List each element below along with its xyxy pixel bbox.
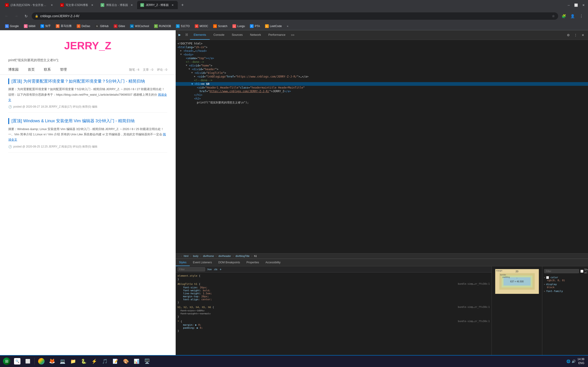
dom-line-printf[interactable]: printf("现实到要死的理想主义者\n");	[176, 100, 588, 105]
dom-line-a-logo[interactable]: ▶ <a id="lnkBlogLogo" href="https://www.…	[176, 75, 588, 78]
dom-line-div-blogtitle[interactable]: ▼ <div id="blogTitle">	[176, 71, 588, 75]
computed-color-name[interactable]: color	[544, 276, 586, 279]
devtools-inspect-icon[interactable]: ▶	[176, 30, 183, 40]
taskbar-app3[interactable]: 💻	[58, 357, 67, 366]
bookmark-google[interactable]: G Google	[3, 23, 21, 29]
taskbar-app6[interactable]: ⚡	[89, 357, 99, 366]
tab-cnblogs-1[interactable]: B 博客后台 - 博客园 ✕	[97, 1, 137, 9]
nav-link-cnblogs[interactable]: 博客园	[8, 67, 19, 72]
computed-filter-input[interactable]	[544, 269, 579, 273]
extensions-icon[interactable]: 🧩	[560, 12, 568, 20]
breadcrumb-div-blogtitle[interactable]: div#blogTitle	[234, 254, 250, 258]
minimize-button[interactable]: ─	[566, 2, 571, 8]
bookmark-ximalaya[interactable]: 喜 喜马拉雅	[53, 23, 74, 29]
tab-close-csdn1[interactable]: ✕	[50, 3, 54, 7]
bookmark-more[interactable]: »	[285, 23, 291, 29]
taskbar-app4[interactable]: 📁	[68, 357, 78, 366]
menu-icon[interactable]: ⋮	[578, 12, 585, 20]
nav-link-home[interactable]: 首页	[28, 67, 35, 72]
devtools-tab-performance[interactable]: Performance	[265, 30, 289, 40]
styles-tab-access[interactable]: Accessibility	[262, 259, 284, 266]
volume-icon[interactable]: 🔊	[572, 359, 576, 363]
bookmark-zhihu[interactable]: 知 知乎	[38, 23, 53, 29]
bookmark-star-icon[interactable]: ☆	[552, 14, 555, 18]
devtools-tab-network[interactable]: Network	[246, 30, 265, 40]
show-all-toggle[interactable]: Show all	[580, 268, 588, 274]
network-icon[interactable]: 🌐	[566, 359, 570, 363]
bookmark-gitee[interactable]: G Gitee	[111, 23, 128, 29]
dom-line-body[interactable]: ▼ <body>	[176, 53, 588, 56]
class-toggle[interactable]: .cls	[214, 268, 217, 271]
bookmark-mooc[interactable]: M MOOC	[192, 23, 210, 29]
tab-csdn-1[interactable]: C (2条消息)CSDN - 专业开发者社... ✕	[2, 1, 57, 9]
computed-font-family-name[interactable]: font-family	[544, 290, 586, 293]
taskbar-app9[interactable]: 🎨	[121, 357, 131, 366]
dom-line-comment1[interactable]: <!--done-->	[176, 60, 588, 64]
tab-close-cnblogs2[interactable]: ✕	[170, 3, 174, 7]
add-style-button[interactable]: +	[220, 267, 221, 271]
dom-line-div-header[interactable]: ▼ <div id="header">	[176, 67, 588, 71]
styles-tab-props[interactable]: Properties	[243, 259, 262, 266]
devtools-settings-icon[interactable]: ⚙	[565, 32, 571, 38]
reload-button[interactable]: ↻	[22, 12, 30, 20]
taskbar-chrome[interactable]	[36, 357, 46, 366]
start-button[interactable]: ⊞	[2, 357, 11, 366]
breadcrumb-h1[interactable]: h1	[253, 254, 258, 258]
taskbar-taskview[interactable]: ⬜	[23, 357, 33, 366]
breadcrumb-body[interactable]: body	[192, 254, 199, 258]
styles-tab-event[interactable]: Event Listeners	[190, 259, 215, 266]
back-button[interactable]: ←	[3, 12, 10, 20]
styles-tab-styles[interactable]: Styles	[176, 259, 190, 266]
bookmark-bilibili[interactable]: b bilibili	[22, 23, 38, 29]
tab-close-csdn2[interactable]: ✕	[90, 3, 94, 7]
dom-line-a-title[interactable]: <a id="Header1_HeaderTitle" class="heade…	[176, 86, 588, 90]
address-bar[interactable]: 🔒 cnblogs.com/JERRY-Z-J-R/ ☆	[32, 12, 558, 20]
devtools-tab-console[interactable]: Console	[210, 30, 228, 40]
hover-toggle[interactable]: :hov	[207, 268, 212, 271]
devtools-tab-sources[interactable]: Sources	[228, 30, 246, 40]
bookmark-runoob[interactable]: R RUNOOB	[152, 23, 173, 29]
dom-line-h1-close[interactable]: </h1>	[176, 93, 588, 97]
devtools-device-icon[interactable]: ☵	[183, 30, 190, 40]
maximize-button[interactable]: ⬜	[573, 2, 579, 8]
show-all-checkbox[interactable]	[580, 270, 583, 273]
taskbar-app11[interactable]: 🖥️	[142, 357, 152, 366]
breadcrumb-div-home[interactable]: div#home	[202, 254, 215, 258]
dom-line-div-home[interactable]: ▼ <div id="home">	[176, 64, 588, 67]
taskbar-app8[interactable]: 📝	[111, 357, 120, 366]
new-tab-button[interactable]: +	[179, 1, 186, 9]
post-title-text-1[interactable]: [置顶] 为何需要配置环境变量？如何配置环境变量？5分钟入门 - 精简归纳	[11, 78, 145, 84]
profile-icon[interactable]: 👤	[569, 12, 577, 20]
taskbar-app10[interactable]: 📊	[132, 357, 141, 366]
bookmark-pta[interactable]: P PTA	[248, 23, 262, 29]
post-title-text-2[interactable]: [置顶] Windows & Linux 安装使用 Vim 编辑器 3分钟入门 …	[11, 118, 135, 124]
dom-line-h1[interactable]: ▼ <h1> == $0	[176, 82, 588, 86]
styles-filter-input[interactable]	[178, 267, 205, 271]
dom-line-head[interactable]: ▶ <head>…</head>	[176, 49, 588, 53]
bookmark-leetcode[interactable]: L LeetCode	[263, 23, 284, 29]
close-button[interactable]: ✕	[581, 2, 586, 8]
devtools-tab-elements[interactable]: Elements	[190, 30, 210, 40]
dom-line-doctype[interactable]: <!DOCTYPE html>	[176, 42, 588, 45]
devtools-menu-icon[interactable]: ⋮	[572, 32, 579, 38]
dom-line-h2[interactable]: <h2>	[176, 97, 588, 100]
dom-line-href[interactable]: href="https://www.cnblogs.com/JERRY-Z-J-…	[176, 90, 588, 93]
dom-line-comment2[interactable]: <!--done-->	[176, 78, 588, 82]
tab-csdn-2[interactable]: C 写文章-CSDN博客 ✕	[57, 1, 97, 9]
devtools-tab-more[interactable]: >>	[289, 30, 296, 40]
bookmark-scratch[interactable]: S Scratch	[211, 23, 230, 29]
taskbar-app2[interactable]: 🦊	[47, 357, 57, 366]
nav-link-contact[interactable]: 联系	[44, 67, 51, 72]
bookmark-luogu[interactable]: L Luogu	[230, 23, 247, 29]
dom-line-a-top[interactable]: <a name="top"></a>	[176, 56, 588, 60]
taskbar-search[interactable]: 🔍	[12, 357, 22, 366]
dom-tree[interactable]: <!DOCTYPE html> <html lang="zh-cn"> ▶ <h…	[176, 40, 588, 253]
tab-close-cnblogs1[interactable]: ✕	[130, 3, 134, 7]
taskbar-app7[interactable]: 🎵	[100, 357, 110, 366]
taskbar-app5[interactable]: 🐍	[79, 357, 88, 366]
breadcrumb-html[interactable]: html	[183, 254, 190, 258]
forward-button[interactable]: →	[12, 12, 20, 20]
computed-display-name[interactable]: display	[544, 283, 586, 286]
styles-tab-dom-bp[interactable]: DOM Breakpoints	[215, 259, 243, 266]
bookmark-51cto[interactable]: 5 51CTO	[174, 23, 192, 29]
